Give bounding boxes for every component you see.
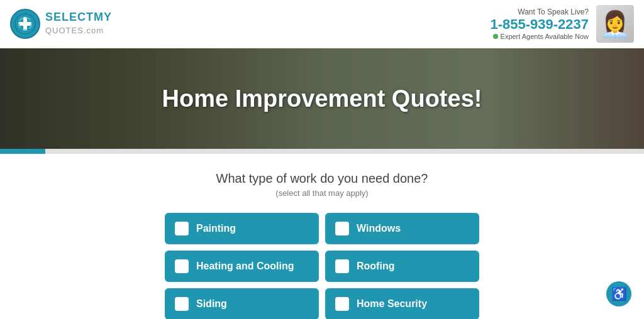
want-to-speak-label: Want To Speak Live? — [490, 8, 589, 16]
logo-quotes-com: QUOTES.com — [45, 24, 112, 36]
checkbox-home-security — [335, 297, 349, 311]
svg-rect-2 — [18, 22, 32, 26]
checkbox-windows — [335, 222, 349, 235]
agents-status: Expert Agents Available Now — [490, 33, 589, 40]
online-dot — [493, 34, 498, 39]
logo-icon — [10, 9, 40, 39]
hero-title: Home Improvement Quotes! — [162, 85, 482, 112]
agent-photo: 👩‍💼 — [596, 5, 634, 43]
option-roofing[interactable]: Roofing — [325, 251, 479, 282]
main-content: What type of work do you need done? (sel… — [0, 154, 644, 319]
logo-select-my: SELECTMY — [45, 11, 112, 24]
option-roofing-label: Roofing — [357, 261, 469, 272]
checkbox-painting — [175, 222, 189, 235]
option-heating-cooling[interactable]: Heating and Cooling — [165, 251, 319, 282]
header-right: Want To Speak Live? 1-855-939-2237 Exper… — [490, 5, 634, 43]
hero-banner: Home Improvement Quotes! — [0, 48, 644, 149]
progress-bar-fill — [0, 149, 45, 154]
option-painting-label: Painting — [196, 223, 309, 234]
contact-info: Want To Speak Live? 1-855-939-2237 Exper… — [490, 8, 589, 40]
option-siding[interactable]: Siding — [165, 288, 319, 319]
option-painting[interactable]: Painting — [165, 213, 319, 244]
phone-number[interactable]: 1-855-939-2237 — [490, 16, 589, 33]
option-heating-cooling-label: Heating and Cooling — [196, 261, 309, 272]
logo-text: SELECTMY QUOTES.com — [45, 11, 112, 36]
option-windows[interactable]: Windows — [325, 213, 479, 244]
option-home-security-label: Home Security — [357, 298, 469, 310]
progress-bar-area — [0, 149, 644, 154]
accessibility-button[interactable]: ♿ — [606, 281, 631, 306]
option-windows-label: Windows — [357, 223, 469, 234]
option-siding-label: Siding — [196, 298, 309, 310]
options-grid: Painting Windows Heating and Cooling Roo… — [165, 213, 479, 319]
logo-area[interactable]: SELECTMY QUOTES.com — [10, 9, 112, 39]
header: SELECTMY QUOTES.com Want To Speak Live? … — [0, 0, 644, 48]
option-home-security[interactable]: Home Security — [325, 288, 479, 319]
checkbox-siding — [175, 297, 189, 311]
question-subtitle: (select all that may apply) — [275, 188, 368, 198]
question-title: What type of work do you need done? — [216, 171, 428, 186]
accessibility-icon: ♿ — [611, 286, 627, 301]
checkbox-heating-cooling — [175, 259, 189, 273]
checkbox-roofing — [335, 259, 349, 273]
agents-label: Expert Agents Available Now — [501, 33, 589, 40]
